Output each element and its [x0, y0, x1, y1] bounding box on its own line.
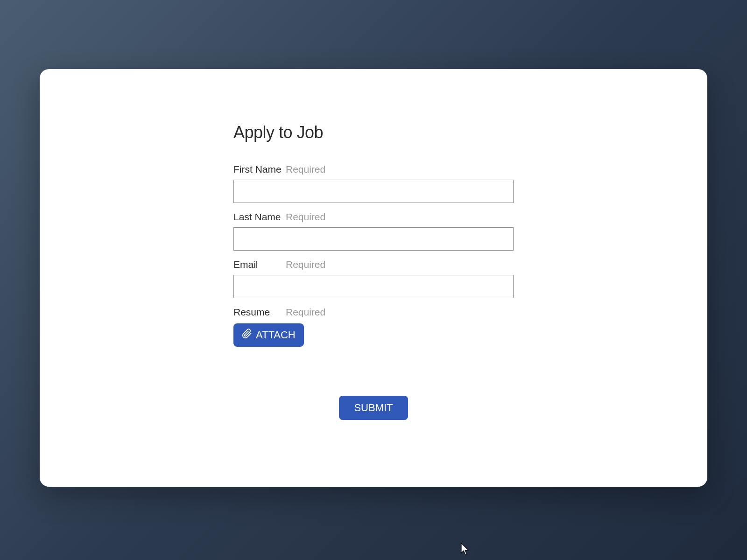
email-input[interactable]	[233, 275, 514, 298]
resume-required: Required	[286, 307, 325, 318]
form-card: Apply to Job First Name Required Last Na…	[40, 69, 707, 487]
last-name-input[interactable]	[233, 227, 514, 251]
resume-label-row: Resume Required	[233, 307, 514, 318]
last-name-field: Last Name Required	[233, 211, 514, 251]
last-name-required: Required	[286, 211, 325, 223]
email-label-row: Email Required	[233, 259, 514, 270]
form-container: Apply to Job First Name Required Last Na…	[233, 123, 514, 420]
email-label: Email	[233, 259, 286, 270]
attach-button[interactable]: ATTACH	[233, 323, 304, 347]
first-name-label-row: First Name Required	[233, 164, 514, 175]
first-name-input[interactable]	[233, 180, 514, 203]
email-required: Required	[286, 259, 325, 270]
form-title: Apply to Job	[233, 123, 514, 142]
paperclip-icon	[242, 329, 252, 342]
resume-label: Resume	[233, 307, 286, 318]
last-name-label-row: Last Name Required	[233, 211, 514, 223]
resume-field: Resume Required ATTACH	[233, 307, 514, 347]
first-name-field: First Name Required	[233, 164, 514, 203]
last-name-label: Last Name	[233, 211, 286, 223]
submit-container: SUBMIT	[233, 396, 514, 420]
attach-button-label: ATTACH	[256, 329, 296, 341]
cursor-icon	[461, 543, 470, 558]
email-field: Email Required	[233, 259, 514, 298]
first-name-required: Required	[286, 164, 325, 175]
submit-button[interactable]: SUBMIT	[339, 396, 408, 420]
first-name-label: First Name	[233, 164, 286, 175]
